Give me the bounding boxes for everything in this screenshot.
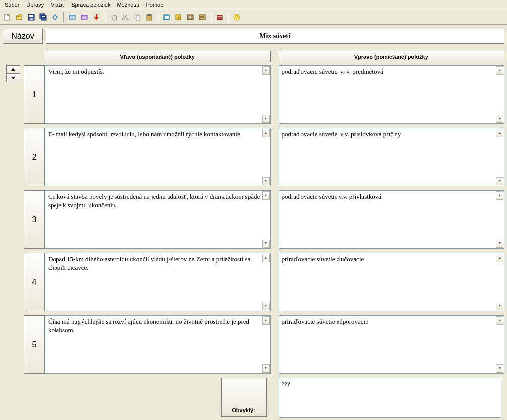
svg-rect-6 (42, 16, 45, 17)
item-row: 3Celková stavba novely je sústredená na … (3, 190, 504, 249)
cell-scrollbar[interactable]: ▴▾ (262, 316, 270, 373)
left-item-cell[interactable]: Dopad 15-km dlhého asteroidu ukončil vlá… (45, 253, 271, 311)
scroll-up-icon[interactable]: ▴ (262, 254, 270, 262)
row-reorder-controls (3, 128, 24, 186)
open-folder-icon[interactable] (14, 12, 25, 23)
menu-file[interactable]: Súbor (2, 1, 22, 9)
toolbar-separator (105, 12, 105, 23)
save-icon[interactable] (26, 12, 37, 23)
scroll-up-icon[interactable]: ▴ (496, 254, 503, 262)
export4-icon[interactable] (197, 12, 208, 23)
left-item-cell[interactable]: E- mail kedysi spôsobil revolúciu, lebo … (45, 128, 271, 186)
svg-rect-22 (199, 15, 205, 20)
right-item-cell[interactable]: podraďovacie súvetie, v.v. príslovková p… (279, 128, 505, 186)
scroll-up-icon[interactable]: ▴ (262, 316, 270, 325)
left-item-cell[interactable]: Čína má najrýchlejšie sa rozvíjajúcu eko… (45, 315, 271, 374)
export2-icon[interactable] (173, 12, 184, 23)
wizard2-icon[interactable] (79, 12, 90, 23)
scroll-down-icon[interactable]: ▾ (262, 302, 270, 310)
svg-point-8 (70, 17, 72, 18)
menubar: Súbor Úpravy Vložiť Správa položiek Možn… (0, 0, 507, 10)
svg-point-21 (189, 16, 191, 18)
cut-icon[interactable] (120, 12, 131, 23)
scroll-up-icon[interactable]: ▴ (496, 191, 503, 200)
svg-rect-18 (165, 16, 169, 19)
toolbar-separator (228, 12, 228, 23)
scroll-down-icon[interactable]: ▾ (496, 177, 503, 185)
cell-scrollbar[interactable]: ▴▾ (262, 191, 270, 248)
scroll-up-icon[interactable]: ▴ (496, 66, 503, 75)
title-label-button[interactable]: Názov (3, 29, 43, 44)
toolbar: ? (0, 10, 507, 25)
cell-scrollbar[interactable]: ▴▾ (496, 129, 503, 185)
svg-rect-1 (28, 14, 34, 20)
scroll-down-icon[interactable]: ▾ (262, 364, 270, 373)
scroll-down-icon[interactable]: ▾ (262, 177, 270, 185)
menu-insert[interactable]: Vložiť (48, 1, 67, 9)
save-all-icon[interactable] (38, 12, 49, 23)
cell-scrollbar[interactable]: ▴▾ (496, 191, 503, 248)
left-item-cell[interactable]: Celková stavba novely je sústredená na j… (45, 190, 271, 249)
svg-point-24 (234, 14, 240, 20)
svg-rect-0 (5, 14, 9, 20)
svg-rect-4 (40, 14, 45, 19)
undo-icon[interactable] (108, 12, 119, 23)
left-item-cell[interactable]: Viem, že mi odpustíš.▴▾ (45, 65, 271, 124)
scroll-down-icon[interactable]: ▾ (496, 240, 503, 248)
scroll-down-icon[interactable]: ▾ (262, 115, 270, 123)
cell-scrollbar[interactable]: ▴▾ (262, 129, 270, 185)
row-move-down-button[interactable] (6, 74, 20, 82)
help-icon[interactable]: ? (231, 12, 242, 23)
scroll-up-icon[interactable]: ▴ (496, 316, 503, 325)
svg-rect-2 (29, 15, 33, 17)
right-item-cell[interactable]: podraďovacie súvetie, v. v. predmetová▴▾ (279, 65, 505, 124)
scroll-down-icon[interactable]: ▾ (496, 115, 503, 123)
scroll-down-icon[interactable]: ▾ (496, 364, 503, 373)
left-column-header: Vľavo (usporiadané) položky (45, 51, 271, 62)
cell-scrollbar[interactable]: ▴▾ (262, 254, 270, 310)
svg-point-9 (73, 17, 75, 18)
row-move-up-button[interactable] (6, 65, 20, 74)
preview-icon[interactable] (50, 12, 60, 23)
scroll-up-icon[interactable]: ▴ (262, 129, 270, 137)
right-item-cell[interactable]: priraďovacie súvetie zlučovacie▴▾ (279, 253, 505, 311)
scroll-down-icon[interactable]: ▾ (262, 240, 270, 248)
package-icon[interactable] (214, 12, 225, 23)
svg-point-12 (126, 18, 128, 20)
cell-scrollbar[interactable]: ▴▾ (496, 254, 503, 310)
svg-rect-13 (135, 14, 138, 19)
toolbar-separator (158, 12, 158, 23)
item-row: 1Viem, že mi odpustíš.▴▾podraďovacie súv… (3, 65, 504, 124)
row-number: 3 (24, 190, 45, 249)
scroll-up-icon[interactable]: ▴ (496, 129, 503, 137)
cell-scrollbar[interactable]: ▴▾ (496, 316, 503, 373)
scroll-up-icon[interactable]: ▴ (262, 66, 270, 75)
export1-icon[interactable] (161, 12, 172, 23)
row-reorder-controls (3, 190, 24, 249)
copy-icon[interactable] (132, 12, 143, 23)
right-item-cell[interactable]: podraďovacie súvetie v.v. prívlastková▴▾ (279, 190, 505, 249)
cell-scrollbar[interactable]: ▴▾ (262, 66, 270, 123)
toolbar-separator (63, 12, 64, 23)
title-input[interactable]: Mix súvetí (46, 29, 504, 44)
menu-items-mgmt[interactable]: Správa položiek (68, 1, 113, 9)
menu-help[interactable]: Pomoc (143, 1, 166, 9)
arrow-down-red-icon[interactable] (91, 12, 102, 23)
svg-rect-5 (41, 15, 46, 20)
svg-rect-16 (148, 14, 151, 16)
bottom-right-cell[interactable]: ??? (279, 378, 502, 418)
new-file-icon[interactable] (2, 12, 13, 23)
item-row: 4Dopad 15-km dlhého asteroidu ukončil vl… (3, 253, 504, 311)
right-item-cell[interactable]: priraďovacie súvetie odporovacie▴▾ (279, 315, 505, 374)
row-reorder-controls (3, 65, 24, 124)
paste-icon[interactable] (144, 12, 155, 23)
cell-scrollbar[interactable]: ▴▾ (496, 66, 503, 123)
wizard1-icon[interactable] (67, 12, 78, 23)
export3-icon[interactable] (185, 12, 196, 23)
scroll-down-icon[interactable]: ▾ (496, 302, 503, 310)
scroll-up-icon[interactable]: ▴ (262, 191, 270, 200)
svg-rect-15 (147, 15, 152, 20)
menu-options[interactable]: Možnosti (114, 1, 142, 9)
svg-rect-23 (217, 15, 222, 20)
menu-edit[interactable]: Úpravy (23, 1, 47, 9)
